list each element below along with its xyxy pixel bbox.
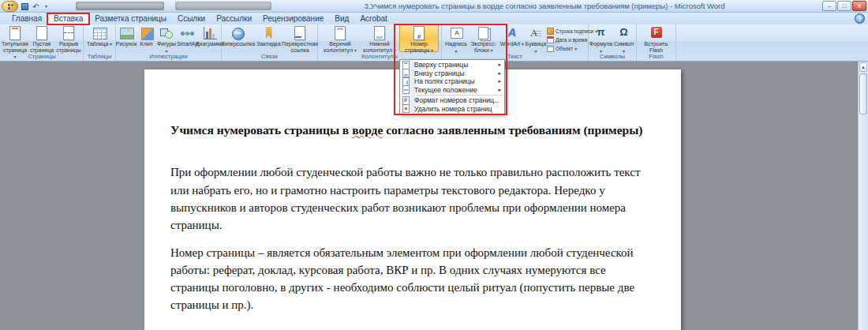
group-header-footer-body: Верхний колонтитул Нижний колонтитул Ном… — [318, 24, 441, 52]
tab-home[interactable]: Главная — [6, 13, 47, 24]
heading-text: Учимся нумеровать страницы в — [170, 123, 352, 137]
page-break-button[interactable]: Разрыв страницы — [55, 24, 82, 52]
equation-button[interactable]: Формула — [589, 24, 612, 52]
scroll-up-icon[interactable] — [859, 62, 867, 72]
embed-flash-button[interactable]: Встроить Flash — [638, 24, 674, 52]
menu-item-label: На полях страницы — [414, 77, 496, 85]
quick-access-toolbar — [21, 2, 49, 11]
group-illustrations: Рисунок Клип Фигуры SmartArt Диаграмма И… — [116, 24, 222, 61]
picture-label: Рисунок — [116, 41, 137, 47]
ribbon-tab-row: Главная Вставка Разметка страницы Ссылки… — [0, 13, 868, 24]
close-button[interactable] — [852, 1, 866, 11]
page-margins-icon — [402, 77, 410, 86]
tab-mailings[interactable]: Рассылки — [211, 13, 257, 24]
text-group-small-buttons: Строка подписи Дата и время Объект — [547, 24, 588, 52]
picture-icon — [118, 26, 134, 40]
bookmark-button[interactable]: Закладка — [255, 24, 282, 52]
wordart-label: WordArt — [500, 41, 524, 48]
chart-label: Диаграмма — [196, 41, 224, 47]
remove-page-numbers-icon — [402, 104, 410, 113]
quick-access-dropdown-icon[interactable] — [43, 2, 49, 11]
office-button[interactable] — [2, 1, 18, 12]
date-time-button[interactable]: Дата и время — [547, 36, 588, 43]
menu-item-label: Формат номеров страниц... — [414, 96, 501, 104]
textbox-button[interactable]: Надпись — [444, 24, 468, 52]
menu-item-page-margins[interactable]: На полях страницы — [401, 77, 503, 86]
menu-separator — [417, 95, 503, 96]
object-button[interactable]: Объект — [547, 44, 588, 52]
table-button[interactable]: Таблица — [84, 24, 114, 52]
clipart-button[interactable]: Клип — [137, 24, 156, 52]
bookmark-label: Закладка — [256, 41, 280, 47]
equation-icon — [593, 26, 609, 40]
blurred-item — [175, 2, 271, 10]
date-time-label: Дата и время — [556, 37, 587, 43]
menu-item-remove-page-numbers[interactable]: Удалить номера страниц — [401, 105, 503, 114]
footer-button[interactable]: Нижний колонтитул — [360, 24, 399, 52]
group-tables: Таблица Таблицы — [84, 24, 116, 61]
heading-text: согласно заявленным требованиям (примеры… — [383, 123, 642, 137]
tab-acrobat[interactable]: Acrobat — [354, 13, 392, 24]
blank-page-button[interactable]: Пустая страница — [28, 24, 55, 52]
page-break-label: Разрыв страницы — [56, 41, 81, 53]
save-icon[interactable] — [21, 3, 28, 10]
dropcap-button[interactable]: Буквица — [525, 24, 547, 52]
scrollbar-thumb[interactable] — [859, 73, 867, 114]
paragraph: Номер страницы – является обязательным э… — [170, 244, 656, 313]
maximize-button[interactable] — [837, 1, 851, 11]
minimize-button[interactable] — [822, 1, 836, 11]
help-icon[interactable] — [855, 13, 865, 24]
tab-references[interactable]: Ссылки — [172, 13, 211, 24]
menu-item-label: Удалить номера страниц — [414, 105, 501, 113]
hyperlink-button[interactable]: Гиперссылка — [222, 24, 255, 52]
wordart-icon — [504, 26, 520, 40]
menu-item-format-page-numbers[interactable]: Формат номеров страниц... — [401, 96, 503, 105]
tab-insert[interactable]: Вставка — [47, 13, 89, 24]
group-links-body: Гиперссылка Закладка Перекрестная ссылка — [222, 24, 317, 52]
shapes-button[interactable]: Фигуры — [156, 24, 177, 52]
current-position-icon — [402, 85, 410, 94]
page-number-button[interactable]: Номер страницы — [399, 24, 439, 52]
chart-button[interactable]: Диаграмма — [199, 24, 221, 52]
group-symbols: Формула Символ Символы — [589, 24, 637, 61]
embed-flash-label: Встроить Flash — [639, 41, 673, 53]
group-symbols-body: Формула Символ — [589, 24, 636, 52]
cross-reference-icon — [292, 26, 308, 40]
blank-page-label: Пустая страница — [29, 41, 54, 53]
signature-line-icon — [547, 28, 554, 35]
header-label: Верхний колонтитул — [321, 41, 359, 54]
date-time-icon — [547, 36, 554, 43]
dropcap-icon — [528, 26, 544, 40]
menu-item-label: Текущее положение — [414, 86, 496, 94]
signature-line-button[interactable]: Строка подписи — [547, 27, 588, 35]
hyperlink-icon — [230, 26, 246, 40]
page-number-icon — [411, 26, 427, 40]
menu-item-top-of-page[interactable]: Вверху страницы — [401, 61, 503, 69]
quick-parts-label: Экспресс-блоки — [469, 41, 499, 54]
menu-item-label: Вверху страницы — [414, 61, 496, 69]
header-button[interactable]: Верхний колонтитул — [320, 24, 360, 52]
window-controls — [822, 1, 866, 11]
flash-icon — [649, 26, 664, 40]
menu-item-current-position[interactable]: Текущее положение — [401, 86, 503, 95]
header-icon — [332, 26, 348, 40]
group-label-illustrations: Иллюстрации — [116, 53, 221, 61]
symbol-button[interactable]: Символ — [612, 24, 635, 52]
tab-view[interactable]: Вид — [329, 13, 354, 24]
group-flash-body: Встроить Flash — [637, 24, 675, 52]
wordart-button[interactable]: WordArt — [499, 24, 525, 52]
smartart-button[interactable]: SmartArt — [177, 24, 199, 52]
cross-reference-button[interactable]: Перекрестная ссылка — [282, 24, 317, 52]
page-bottom-icon — [402, 69, 410, 77]
vertical-scrollbar[interactable] — [858, 62, 868, 330]
table-icon — [92, 26, 107, 40]
menu-item-bottom-of-page[interactable]: Внизу страницы — [401, 69, 503, 78]
textbox-icon — [448, 26, 464, 40]
undo-icon[interactable] — [32, 2, 40, 11]
quick-parts-button[interactable]: Экспресс-блоки — [468, 24, 499, 52]
ribbon: Титульная страница Пустая страница Разры… — [0, 24, 868, 62]
tab-page-layout[interactable]: Разметка страницы — [89, 13, 172, 24]
title-page-button[interactable]: Титульная страница — [2, 24, 28, 52]
tab-review[interactable]: Рецензирование — [257, 13, 329, 24]
picture-button[interactable]: Рисунок — [116, 24, 137, 52]
